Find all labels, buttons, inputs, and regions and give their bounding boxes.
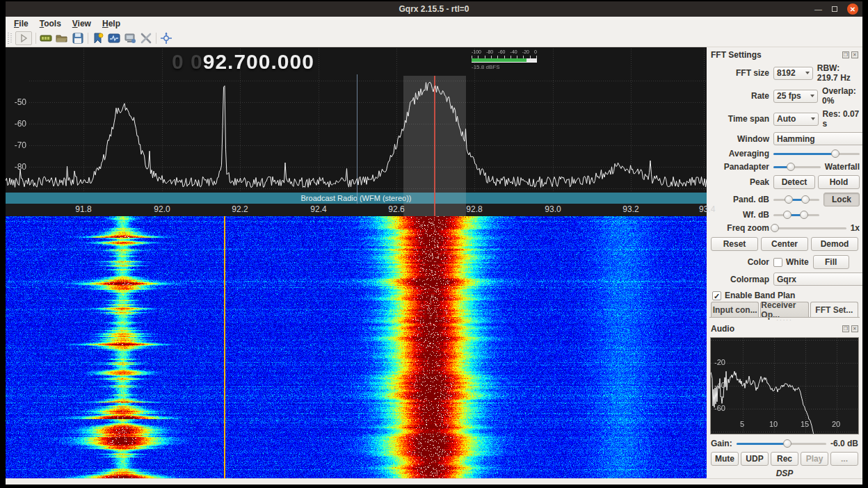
fft-size-label: FFT size [709, 68, 769, 78]
audio-freq-tick: 15 [801, 420, 809, 428]
colormap-select[interactable]: Gqrx [773, 273, 862, 286]
slider-handle[interactable] [787, 163, 795, 171]
pand-db-range-slider[interactable] [773, 195, 819, 204]
splitter-handle[interactable]: ····· [709, 318, 860, 322]
open-file-button[interactable] [56, 32, 68, 44]
panadapter-split-label: Panadapter [709, 162, 769, 172]
toolbar-grip[interactable] [8, 33, 12, 44]
minimize-button[interactable]: — [814, 6, 822, 13]
more-button[interactable]: ... [830, 452, 858, 466]
freq-tick: 92.6 [388, 204, 404, 214]
freq-zoom-label: Freq zoom [709, 223, 769, 233]
checkbox-box[interactable] [773, 258, 782, 267]
slider-handle-low[interactable] [783, 211, 791, 219]
fft-size-select[interactable]: 8192 [773, 67, 813, 80]
center-tuner-button[interactable] [160, 32, 172, 44]
audio-record-button[interactable] [124, 32, 136, 44]
meter-value: -15.8 dBFS [472, 64, 537, 70]
save-button[interactable] [72, 32, 84, 44]
scope-area: 0 092.700.000 -100 -80 -60 -40 -20 0 -15… [6, 47, 707, 478]
tab-fft-settings[interactable]: FFT Set... [810, 302, 858, 317]
freq-tick: 92.2 [232, 204, 248, 214]
meter-tick: -60 [498, 49, 505, 55]
peak-hold-button[interactable]: Hold [818, 175, 860, 189]
play-button[interactable]: Play [801, 452, 828, 466]
averaging-label: Averaging [709, 149, 769, 158]
mute-button[interactable]: Mute [711, 452, 739, 466]
demod-button[interactable]: Demod [811, 237, 858, 251]
waterfall-canvas[interactable] [6, 216, 707, 478]
bookmarks-button[interactable] [92, 32, 104, 44]
panadapter[interactable]: 0 092.700.000 -100 -80 -60 -40 -20 0 -15… [6, 47, 707, 216]
slider-handle-high[interactable] [800, 211, 808, 219]
meter-tick: -80 [486, 49, 493, 55]
float-dock-icon[interactable]: ❐ [842, 51, 849, 58]
open-folder-icon [56, 32, 68, 44]
menu-help[interactable]: Help [97, 18, 125, 29]
title-bar[interactable]: Gqrx 2.15.5 - rtl=0 — ✕ [6, 1, 862, 17]
slider-handle[interactable] [771, 224, 779, 232]
start-dsp-button[interactable] [15, 31, 32, 45]
menu-file[interactable]: File [9, 18, 33, 29]
maximize-button[interactable] [832, 6, 837, 12]
tab-receiver-options[interactable]: Receiver Op... [760, 302, 808, 317]
freq-zoom-slider[interactable] [773, 223, 846, 233]
center-button[interactable]: Center [761, 237, 808, 251]
chevron-down-icon [805, 72, 810, 74]
pand-lock-button[interactable]: Lock [823, 193, 860, 206]
reset-button[interactable]: Reset [711, 237, 758, 251]
gqrx-window: Gqrx 2.15.5 - rtl=0 — ✕ File Tools View … [6, 1, 862, 482]
dsp-footer-label: DSP [709, 469, 860, 478]
enable-band-plan-checkbox[interactable]: ✓ Enable Band Plan [712, 291, 860, 300]
configure-device-button[interactable] [40, 32, 52, 44]
menu-view[interactable]: View [67, 18, 96, 29]
gain-value: -6.0 dB [830, 439, 858, 448]
white-checkbox[interactable]: White [773, 257, 809, 267]
bandplan-bar[interactable]: Broadcast Radio (WFM (stereo)) [6, 193, 707, 204]
db-tick: -50 [6, 97, 26, 107]
audio-db-tick: -60 [714, 404, 725, 412]
checkbox-box[interactable]: ✓ [712, 291, 721, 300]
freq-tick: 92.8 [466, 204, 482, 214]
rate-label: Rate [709, 91, 769, 101]
chevron-down-icon [811, 117, 815, 120]
dsp-options-button[interactable] [140, 32, 152, 44]
fill-button[interactable]: Fill [813, 255, 849, 269]
frequency-display[interactable]: 0 092.700.000 [172, 50, 314, 74]
slider-handle[interactable] [831, 149, 839, 158]
audio-fft-plot[interactable]: -20 -40 -60 5 10 15 20 [710, 337, 859, 434]
slider-handle[interactable] [783, 439, 791, 448]
chevron-down-icon [810, 95, 814, 97]
time-span-select[interactable]: Auto [773, 113, 819, 126]
audio-record-icon [124, 32, 136, 44]
spectrum-canvas[interactable] [6, 47, 707, 193]
slider-handle-high[interactable] [801, 195, 810, 204]
frequency-value[interactable]: 92.700.000 [203, 50, 314, 73]
close-dock-icon[interactable]: ✕ [851, 51, 858, 58]
audio-gain-slider[interactable] [737, 439, 826, 448]
close-button[interactable]: ✕ [847, 3, 858, 15]
wf-db-label: Wf. dB [709, 210, 769, 220]
white-label: White [786, 257, 809, 267]
slider-handle-low[interactable] [785, 195, 793, 204]
tab-input-controls[interactable]: Input con... [711, 302, 759, 317]
frequency-scale[interactable]: 91.8 92.0 92.2 92.4 92.6 92.8 93.0 93.2 … [6, 204, 707, 216]
window-select[interactable]: Hamming [773, 132, 862, 145]
close-dock-icon[interactable]: ✕ [851, 325, 858, 332]
fft-settings-dock-title: FFT Settings ❐ ✕ [711, 49, 858, 60]
wf-db-range-slider[interactable] [773, 210, 819, 220]
meter-tick: -100 [472, 49, 481, 55]
rate-select[interactable]: 25 fps [773, 90, 818, 103]
udp-button[interactable]: UDP [741, 452, 769, 466]
color-label: Color [709, 257, 769, 267]
peak-detect-button[interactable]: Detect [773, 175, 815, 189]
status-bar [6, 478, 862, 485]
menu-tools[interactable]: Tools [35, 18, 66, 29]
dock-tabs: Input con... Receiver Op... FFT Set... [709, 302, 860, 317]
float-dock-icon[interactable]: ❐ [842, 325, 849, 332]
iq-tool-button[interactable] [108, 32, 120, 44]
pan-waterfall-split-slider[interactable] [773, 162, 821, 172]
time-span-label: Time span [709, 114, 769, 124]
averaging-slider[interactable] [773, 149, 860, 158]
rec-button[interactable]: Rec [771, 452, 798, 466]
